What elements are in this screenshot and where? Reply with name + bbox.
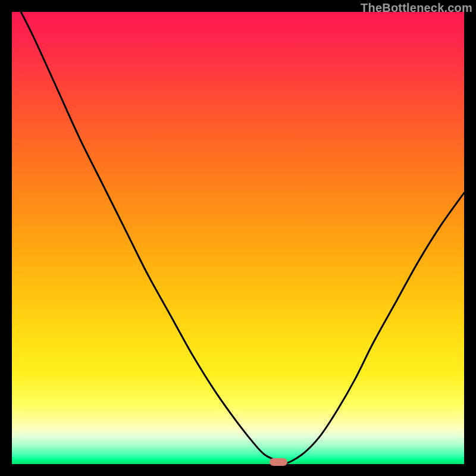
chart-container: TheBottleneck.com: [0, 0, 476, 476]
watermark-text: TheBottleneck.com: [361, 1, 472, 15]
plot-area: [12, 12, 464, 464]
minimum-marker: [270, 458, 287, 466]
bottleneck-curve: [12, 12, 464, 464]
